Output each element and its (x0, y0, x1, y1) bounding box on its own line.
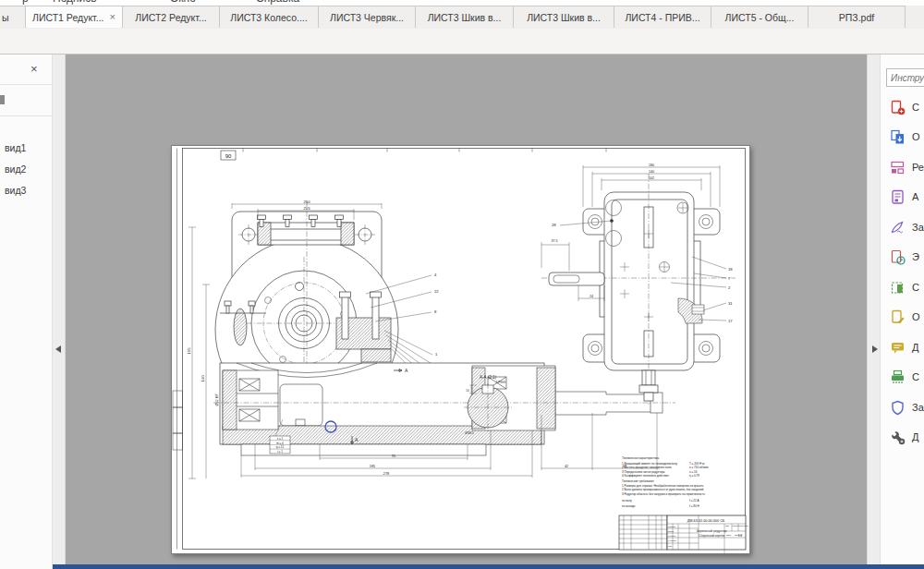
create-pdf-icon (890, 100, 906, 115)
svg-text:3 Передаточное число редуктора: 3 Передаточное число редуктора (622, 470, 665, 474)
pdf-page[interactable]: 90 (171, 145, 750, 554)
svg-text:31: 31 (728, 301, 733, 306)
tab-label: ЛИСТ3 Червяк... (330, 12, 404, 23)
svg-text:180: 180 (649, 163, 654, 167)
svg-text:f = 80 Н: f = 80 Н (689, 504, 699, 508)
menu-item-partial[interactable]: р (22, 0, 29, 5)
tab-list2[interactable]: ЛИСТ2 Редукт... (123, 6, 220, 28)
bookmark-item-vid3[interactable]: вид3 (5, 185, 26, 196)
svg-text:17: 17 (728, 319, 733, 323)
menu-item-help[interactable]: Справка (256, 0, 299, 5)
tool-more-tools[interactable]: Д (890, 427, 918, 447)
svg-text:22: 22 (434, 289, 439, 294)
tool-label: О (912, 311, 920, 322)
page-pencil-icon (890, 309, 906, 325)
tool-fill-sign[interactable]: За (890, 217, 924, 237)
bookmark-options-icon[interactable] (0, 95, 5, 104)
tool-protect[interactable]: За (890, 397, 924, 418)
bookmark-item-vid1[interactable]: вид1 (5, 142, 26, 153)
svg-text:Лит.: Лит. (725, 525, 730, 527)
tab-list3-koleso[interactable]: ЛИСТ3 Колесо.... (220, 6, 319, 28)
tab-label: РПЗ.pdf (839, 12, 874, 23)
tool-create-pdf[interactable]: С (890, 97, 919, 117)
tool-edit-pdf[interactable]: Ре (890, 157, 924, 177)
svg-text:42: 42 (565, 465, 568, 468)
svg-text:η = 0.78: η = 0.78 (689, 474, 699, 478)
tool-label: С (912, 102, 919, 113)
svg-text:250: 250 (304, 200, 311, 204)
tool-label: Д (912, 431, 918, 442)
wrench-icon (890, 430, 906, 445)
svg-text:215: 215 (304, 206, 311, 211)
tab-list3-shkiv2[interactable]: ЛИСТ3 Шкив в... (514, 6, 614, 28)
svg-text:140: 140 (649, 170, 654, 174)
tool-combine-files[interactable]: О (890, 127, 920, 147)
parts-table (619, 515, 667, 550)
tab-rpz-pdf[interactable]: РПЗ.pdf (808, 6, 906, 28)
bookmark-item-vid2[interactable]: вид2 (5, 163, 26, 175)
tools-search-input[interactable] (886, 68, 924, 87)
tool-export-pdf[interactable]: Э (890, 247, 919, 267)
tool-label: С (912, 371, 919, 382)
tool-scan-ocr[interactable]: С (890, 367, 919, 387)
panel-divider (0, 115, 53, 116)
document-canvas[interactable]: 90 (66, 54, 867, 564)
right-panel-rail[interactable] (867, 54, 880, 564)
menu-item-window[interactable]: Окно (170, 0, 196, 5)
tab-label: ЛИСТ3 Шкив в... (428, 12, 502, 23)
tool-label: С (912, 282, 919, 293)
scanner-icon (890, 369, 906, 385)
tab-list1[interactable]: ЛИСТ1 Редукт... × (26, 6, 123, 28)
svg-text:8: 8 (434, 309, 437, 314)
svg-text:2 Частота вращения тихоходного: 2 Частота вращения тихоходного вала (622, 466, 672, 469)
svg-text:Техническая характеристика: Техническая характеристика (622, 456, 659, 460)
prepare-form-icon (890, 189, 906, 205)
svg-text:на валу: на валу (622, 499, 632, 502)
svg-text:1: 1 (435, 352, 438, 357)
engineering-drawing: 90 (172, 146, 749, 553)
svg-text:7: 7 (728, 276, 731, 281)
svg-text:1 Размеры для справок. Необраб: 1 Размеры для справок. Необработанные по… (622, 484, 704, 488)
tool-organize-pages[interactable]: С (890, 277, 919, 297)
drawing-designation: ДМ-63.02.00.00.000 СБ (687, 519, 725, 523)
svg-text:q = 12: q = 12 (276, 445, 285, 449)
svg-text:2: 2 (728, 285, 731, 290)
tab-label: ЛИСТ5 - Общ... (725, 12, 795, 23)
organize-pages-icon (890, 280, 906, 296)
menu-item-sign[interactable]: Подпись (53, 0, 97, 5)
svg-text:Н.контр.: Н.контр. (668, 539, 677, 542)
tool-comment[interactable]: Д (890, 337, 918, 357)
tab-list5-obshchiy[interactable]: ЛИСТ5 - Общ... (711, 6, 808, 28)
svg-text:Утв.: Утв. (668, 545, 673, 548)
tab-close-icon[interactable]: × (110, 12, 116, 22)
svg-text:5 P9/h9: 5 P9/h9 (496, 381, 506, 384)
svg-text:37.5: 37.5 (552, 239, 558, 243)
tool-prepare-form[interactable]: А (890, 187, 918, 207)
tab-partial-label: ы (2, 12, 9, 23)
svg-text:18: 18 (728, 267, 733, 272)
tab-partial[interactable]: ы (0, 6, 26, 28)
document-tab-bar: ы ЛИСТ1 Редукт... × ЛИСТ2 Редукт... ЛИСТ… (0, 6, 924, 30)
tab-list3-shkiv1[interactable]: ЛИСТ3 Шкив в... (416, 6, 514, 28)
collapse-left-panel-icon[interactable] (55, 345, 61, 353)
svg-text:4: 4 (434, 272, 437, 277)
svg-text:на выходе: на выходе (622, 504, 636, 508)
combine-files-icon (890, 129, 906, 145)
title-block: ДМ-63.02.00.00.000 СБ Червячный редуктор… (667, 515, 748, 553)
panel-close-icon[interactable]: × (30, 63, 38, 75)
tool-label: За (912, 222, 924, 233)
tool-send-comments[interactable]: О (890, 307, 920, 327)
left-panel-rail[interactable] (53, 54, 66, 564)
expand-right-panel-icon[interactable] (872, 345, 878, 353)
svg-text:4 Коэффициент полезного действ: 4 Коэффициент полезного действия (622, 474, 669, 478)
edit-pdf-icon (890, 160, 906, 176)
svg-text:z = 1: z = 1 (277, 437, 284, 441)
drawing-scale: 1:2 (738, 534, 743, 538)
tab-list4-privod[interactable]: ЛИСТ4 - ПРИВ... (614, 6, 711, 28)
panel-divider (0, 84, 53, 85)
tab-list3-chervyak[interactable]: ЛИСТ3 Червяк... (319, 6, 416, 28)
svg-text:140: 140 (201, 375, 205, 382)
frame-corner-mark: 90 (225, 153, 232, 159)
shield-icon (890, 400, 906, 416)
main-toolbar: / 1 25% (0, 29, 924, 54)
